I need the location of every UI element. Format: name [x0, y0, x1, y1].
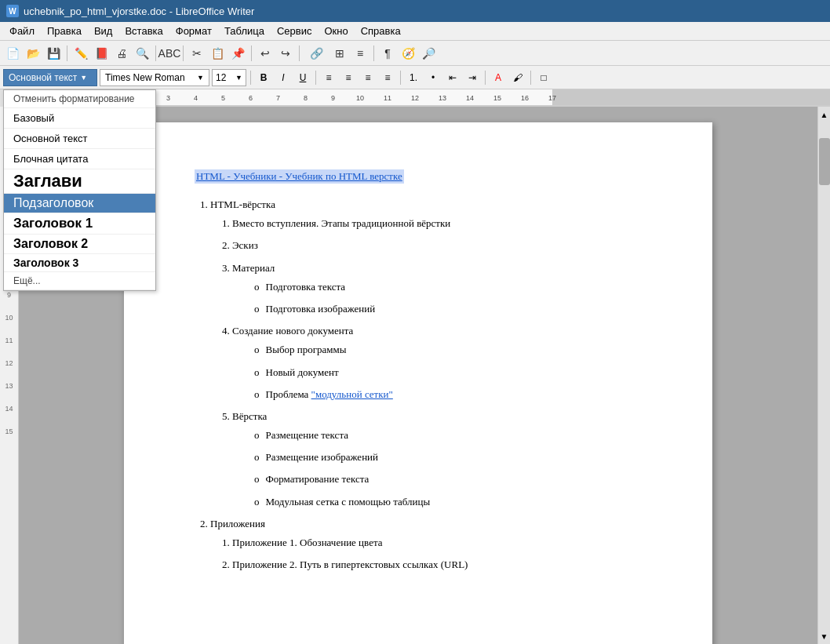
style-dropdown[interactable]: Основной текст ▼ [3, 69, 97, 86]
sep5 [299, 45, 300, 61]
menu-edit[interactable]: Правка [41, 24, 88, 38]
export-pdf-btn[interactable]: 📕 [92, 44, 111, 63]
font-color-btn[interactable]: A [490, 69, 507, 86]
menu-bar: Файл Правка Вид Вставка Формат Таблица С… [0, 22, 830, 41]
paste-btn[interactable]: 📌 [228, 44, 247, 63]
open-btn[interactable]: 📂 [24, 44, 42, 63]
list-item-2-text: Приложения [210, 518, 265, 529]
style-dropdown-arrow: ▼ [80, 74, 87, 82]
style-menu-h1[interactable]: Заголовок 1 [4, 213, 155, 235]
svg-text:5: 5 [221, 94, 225, 102]
indent-dec-btn[interactable]: ⇤ [444, 69, 461, 86]
align-right-btn[interactable]: ≡ [359, 69, 377, 86]
menu-help[interactable]: Справка [355, 24, 407, 38]
svg-text:14: 14 [466, 94, 474, 102]
toolbar2: Основной текст ▼ Times New Roman ▼ 12 ▼ … [0, 66, 830, 89]
menu-file[interactable]: Файл [3, 24, 41, 38]
vertical-scrollbar[interactable]: ▲ ▼ [817, 107, 830, 644]
fmt-sep4 [485, 71, 486, 85]
list-item-1-text: HTML-вёрстка [210, 198, 275, 210]
print-btn[interactable]: 🖨 [112, 44, 131, 63]
sublist-1-4: Выбор программы Новый документ Проблема … [232, 343, 650, 402]
navigator-btn[interactable]: 🧭 [399, 44, 417, 63]
italic-btn[interactable]: I [275, 69, 292, 86]
copy-btn[interactable]: 📋 [208, 44, 227, 63]
bullet-1-5-2: Размещение изображений [254, 450, 650, 464]
style-menu-h2[interactable]: Заголовок 2 [4, 235, 155, 254]
scroll-thumb[interactable] [819, 138, 830, 185]
app-icon: W [6, 5, 19, 17]
list-item-2-2: Приложение 2. Путь в гипертекстовых ссыл… [232, 558, 650, 572]
table-btn[interactable]: ⊞ [330, 44, 349, 63]
scroll-up-btn[interactable]: ▲ [818, 107, 830, 122]
main-list: HTML-вёрстка Вместо вступления. Этапы тр… [195, 198, 650, 572]
ruler-num-10: 10 [5, 315, 13, 322]
sep3 [183, 45, 184, 61]
style-menu-title[interactable]: Заглави [4, 169, 155, 194]
ul-btn[interactable]: • [424, 69, 442, 86]
menu-format[interactable]: Формат [169, 24, 218, 38]
style-menu-main-text[interactable]: Основной текст [4, 129, 155, 149]
svg-text:17: 17 [548, 94, 556, 102]
toggle-field-btn[interactable]: ¶ [378, 44, 397, 63]
sep2 [155, 45, 156, 61]
style-menu-block-quote[interactable]: Блочная цитата [4, 149, 155, 169]
menu-tools[interactable]: Сервис [271, 24, 319, 38]
font-dropdown[interactable]: Times New Roman ▼ [100, 69, 209, 86]
svg-text:11: 11 [384, 94, 391, 102]
menu-view[interactable]: Вид [88, 24, 119, 38]
toolbar1: 📄 📂 💾 ✏️ 📕 🖨 🔍 ABC ✂ 📋 📌 ↩ ↪ 🔗 ⊞ ≡ ¶ 🧭 🔎 [0, 41, 830, 66]
font-dropdown-label: Times New Roman [105, 72, 185, 83]
bullet-1-4-1: Выбор программы [254, 343, 650, 357]
save-btn[interactable]: 💾 [44, 44, 63, 63]
undo-btn[interactable]: ↩ [256, 44, 275, 63]
align-center-btn[interactable]: ≡ [340, 69, 357, 86]
svg-rect-1 [552, 89, 830, 106]
align-left-btn[interactable]: ≡ [320, 69, 337, 86]
ruler-num-12: 12 [5, 360, 13, 367]
cut-btn[interactable]: ✂ [187, 44, 206, 63]
list-item-1-5: Вёрстка Размещение текста Размещение изо… [232, 409, 650, 509]
ruler-num-9: 9 [7, 292, 11, 299]
scroll-down-btn[interactable]: ▼ [818, 628, 830, 644]
new-btn[interactable]: 📄 [3, 44, 22, 63]
insert-row-btn[interactable]: ≡ [351, 44, 369, 63]
modular-grid-link[interactable]: "модульной сетки" [311, 388, 393, 400]
zoom-btn[interactable]: 🔎 [419, 44, 438, 63]
bullet-1-4-3: Проблема "модульной сетки" [254, 387, 650, 402]
style-menu-subtitle[interactable]: Подзаголовок [4, 194, 155, 213]
edit-btn[interactable]: ✏️ [71, 44, 90, 63]
menu-insert[interactable]: Вставка [118, 24, 169, 38]
bullet-1-5-3: Форматирование текста [254, 472, 650, 486]
bold-btn[interactable]: B [255, 69, 272, 86]
spell-btn[interactable]: ABC [160, 44, 179, 63]
style-menu-h3[interactable]: Заголовок 3 [4, 254, 155, 272]
document-page: HTML - Учебники - Учебник по HTML верстк… [124, 122, 712, 644]
menu-table[interactable]: Таблица [218, 24, 271, 38]
border-btn[interactable]: □ [535, 69, 552, 86]
ruler-num-11: 11 [5, 337, 13, 344]
sep1 [67, 45, 67, 61]
svg-text:9: 9 [331, 94, 335, 102]
underline-btn[interactable]: U [294, 69, 311, 86]
menu-window[interactable]: Окно [318, 24, 354, 38]
ol-btn[interactable]: 1. [405, 69, 422, 86]
list-item-2: Приложения Приложение 1. Обозначение цве… [210, 517, 650, 573]
redo-btn[interactable]: ↪ [276, 44, 295, 63]
hyperlink-btn[interactable]: 🔗 [304, 44, 329, 63]
fmt-sep2 [315, 71, 316, 85]
style-menu-more[interactable]: Ещё... [4, 272, 155, 290]
size-dropdown[interactable]: 12 ▼ [212, 69, 246, 86]
indent-inc-btn[interactable]: ⇥ [464, 69, 481, 86]
svg-text:10: 10 [356, 94, 364, 102]
svg-text:3: 3 [166, 94, 170, 102]
highlight-btn[interactable]: 🖌 [509, 69, 526, 86]
style-menu-basic[interactable]: Базовый [4, 108, 155, 129]
sublist-1: Вместо вступления. Этапы традиционной вё… [210, 216, 650, 509]
style-menu-cancel[interactable]: Отменить форматирование [4, 90, 155, 108]
bullet-1-4-2: Новый документ [254, 366, 650, 380]
justify-btn[interactable]: ≡ [379, 69, 396, 86]
print-preview-btn[interactable]: 🔍 [133, 44, 151, 63]
svg-text:15: 15 [493, 94, 501, 102]
sublist-1-5: Размещение текста Размещение изображений… [232, 428, 650, 509]
